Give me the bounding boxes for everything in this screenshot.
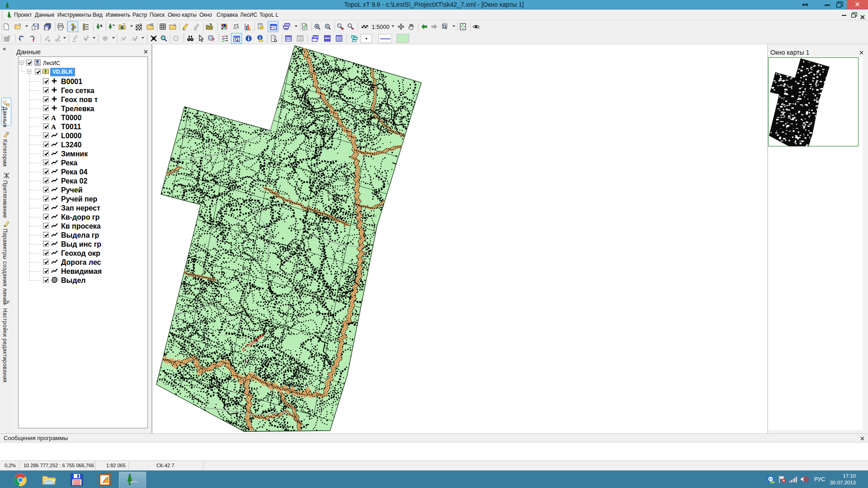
svg-text:?: ?	[212, 37, 215, 42]
svg-text:x: x	[364, 251, 367, 256]
svg-text:1: 1	[32, 37, 35, 42]
svg-text:x: x	[245, 359, 248, 364]
